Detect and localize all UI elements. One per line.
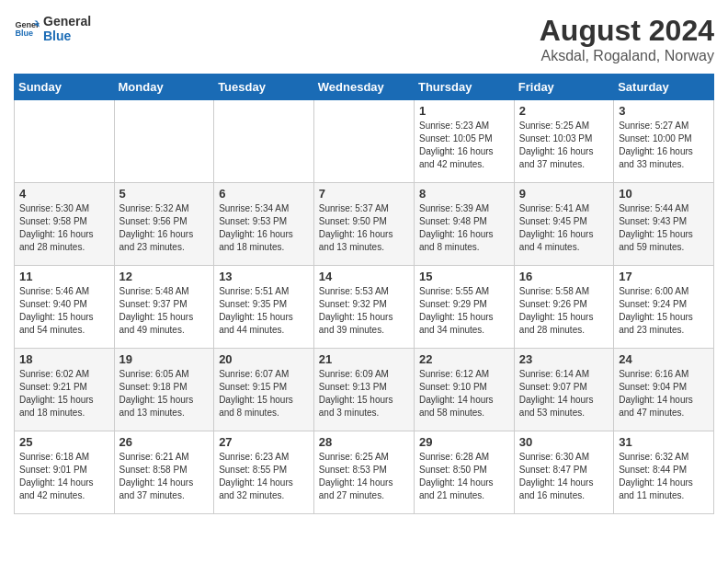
day-info: Sunrise: 6:23 AM Sunset: 8:55 PM Dayligh… <box>219 451 309 502</box>
calendar-week-row: 18Sunrise: 6:02 AM Sunset: 9:21 PM Dayli… <box>15 349 714 431</box>
day-number: 31 <box>619 435 709 449</box>
day-info: Sunrise: 6:07 AM Sunset: 9:15 PM Dayligh… <box>219 368 309 419</box>
day-info: Sunrise: 5:53 AM Sunset: 9:32 PM Dayligh… <box>319 285 409 337</box>
calendar-cell: 14Sunrise: 5:53 AM Sunset: 9:32 PM Dayli… <box>313 266 414 349</box>
day-number: 17 <box>619 270 709 283</box>
calendar-cell: 27Sunrise: 6:23 AM Sunset: 8:55 PM Dayli… <box>214 431 314 514</box>
day-number: 30 <box>519 435 609 449</box>
logo: General Blue General Blue <box>14 14 91 43</box>
day-info: Sunrise: 6:21 AM Sunset: 8:58 PM Dayligh… <box>119 451 210 502</box>
calendar-cell <box>15 100 115 183</box>
day-header-tuesday: Tuesday <box>214 75 314 100</box>
calendar-cell: 11Sunrise: 5:46 AM Sunset: 9:40 PM Dayli… <box>15 266 115 349</box>
day-info: Sunrise: 6:32 AM Sunset: 8:44 PM Dayligh… <box>619 451 709 502</box>
day-info: Sunrise: 5:34 AM Sunset: 9:53 PM Dayligh… <box>219 202 309 254</box>
day-number: 25 <box>19 435 109 449</box>
calendar-cell: 18Sunrise: 6:02 AM Sunset: 9:21 PM Dayli… <box>15 349 115 431</box>
day-number: 21 <box>319 352 409 366</box>
day-number: 16 <box>519 270 609 283</box>
calendar-cell: 5Sunrise: 5:32 AM Sunset: 9:56 PM Daylig… <box>114 183 214 266</box>
day-info: Sunrise: 5:46 AM Sunset: 9:40 PM Dayligh… <box>19 285 109 337</box>
day-number: 13 <box>219 270 309 283</box>
day-number: 20 <box>219 352 309 366</box>
logo-text-blue: Blue <box>43 29 91 43</box>
calendar-week-row: 11Sunrise: 5:46 AM Sunset: 9:40 PM Dayli… <box>15 266 714 349</box>
day-info: Sunrise: 5:41 AM Sunset: 9:45 PM Dayligh… <box>519 202 609 254</box>
day-info: Sunrise: 6:02 AM Sunset: 9:21 PM Dayligh… <box>19 368 109 419</box>
calendar-cell: 19Sunrise: 6:05 AM Sunset: 9:18 PM Dayli… <box>114 349 214 431</box>
calendar-cell: 26Sunrise: 6:21 AM Sunset: 8:58 PM Dayli… <box>114 431 214 514</box>
day-info: Sunrise: 5:27 AM Sunset: 10:00 PM Daylig… <box>619 120 709 171</box>
day-info: Sunrise: 6:14 AM Sunset: 9:07 PM Dayligh… <box>519 368 609 419</box>
day-info: Sunrise: 5:37 AM Sunset: 9:50 PM Dayligh… <box>319 202 409 254</box>
day-header-friday: Friday <box>514 75 613 100</box>
calendar-cell <box>313 100 414 183</box>
day-number: 26 <box>119 435 210 449</box>
day-number: 27 <box>219 435 309 449</box>
day-info: Sunrise: 6:00 AM Sunset: 9:24 PM Dayligh… <box>619 285 709 337</box>
calendar-cell <box>214 100 314 183</box>
day-header-sunday: Sunday <box>15 75 115 100</box>
day-info: Sunrise: 6:09 AM Sunset: 9:13 PM Dayligh… <box>319 368 409 419</box>
calendar-cell: 6Sunrise: 5:34 AM Sunset: 9:53 PM Daylig… <box>214 183 314 266</box>
day-number: 2 <box>519 104 609 118</box>
calendar-cell: 24Sunrise: 6:16 AM Sunset: 9:04 PM Dayli… <box>614 349 714 431</box>
calendar-cell: 12Sunrise: 5:48 AM Sunset: 9:37 PM Dayli… <box>114 266 214 349</box>
logo-icon: General Blue <box>14 16 40 41</box>
day-number: 23 <box>519 352 609 366</box>
day-info: Sunrise: 5:51 AM Sunset: 9:35 PM Dayligh… <box>219 285 309 337</box>
day-number: 22 <box>419 352 509 366</box>
calendar-cell <box>114 100 214 183</box>
calendar-cell: 10Sunrise: 5:44 AM Sunset: 9:43 PM Dayli… <box>614 183 714 266</box>
day-number: 5 <box>119 187 210 201</box>
day-info: Sunrise: 5:44 AM Sunset: 9:43 PM Dayligh… <box>619 202 709 254</box>
day-number: 18 <box>19 352 109 366</box>
day-number: 10 <box>619 187 709 201</box>
day-number: 9 <box>519 187 609 201</box>
calendar-cell: 20Sunrise: 6:07 AM Sunset: 9:15 PM Dayli… <box>214 349 314 431</box>
title-area: August 2024 Aksdal, Rogaland, Norway <box>540 14 714 64</box>
day-header-saturday: Saturday <box>614 75 714 100</box>
calendar-cell: 15Sunrise: 5:55 AM Sunset: 9:29 PM Dayli… <box>414 266 514 349</box>
day-number: 14 <box>319 270 409 283</box>
main-title: August 2024 <box>540 14 714 48</box>
calendar-cell: 9Sunrise: 5:41 AM Sunset: 9:45 PM Daylig… <box>514 183 613 266</box>
day-info: Sunrise: 5:25 AM Sunset: 10:03 PM Daylig… <box>519 120 609 171</box>
day-info: Sunrise: 5:23 AM Sunset: 10:05 PM Daylig… <box>419 120 509 171</box>
calendar-cell: 16Sunrise: 5:58 AM Sunset: 9:26 PM Dayli… <box>514 266 613 349</box>
day-info: Sunrise: 6:25 AM Sunset: 8:53 PM Dayligh… <box>319 451 409 502</box>
calendar-cell: 25Sunrise: 6:18 AM Sunset: 9:01 PM Dayli… <box>15 431 115 514</box>
calendar-cell: 13Sunrise: 5:51 AM Sunset: 9:35 PM Dayli… <box>214 266 314 349</box>
day-number: 4 <box>19 187 109 201</box>
day-info: Sunrise: 5:32 AM Sunset: 9:56 PM Dayligh… <box>119 202 210 254</box>
day-info: Sunrise: 6:28 AM Sunset: 8:50 PM Dayligh… <box>419 451 509 502</box>
calendar-cell: 22Sunrise: 6:12 AM Sunset: 9:10 PM Dayli… <box>414 349 514 431</box>
calendar-cell: 31Sunrise: 6:32 AM Sunset: 8:44 PM Dayli… <box>614 431 714 514</box>
day-number: 8 <box>419 187 509 201</box>
day-number: 24 <box>619 352 709 366</box>
svg-text:Blue: Blue <box>15 29 33 38</box>
day-info: Sunrise: 5:55 AM Sunset: 9:29 PM Dayligh… <box>419 285 509 337</box>
calendar-cell: 23Sunrise: 6:14 AM Sunset: 9:07 PM Dayli… <box>514 349 613 431</box>
logo-text-general: General <box>43 14 91 29</box>
sub-title: Aksdal, Rogaland, Norway <box>540 48 714 64</box>
calendar-week-row: 25Sunrise: 6:18 AM Sunset: 9:01 PM Dayli… <box>15 431 714 514</box>
calendar-cell: 4Sunrise: 5:30 AM Sunset: 9:58 PM Daylig… <box>15 183 115 266</box>
day-number: 11 <box>19 270 109 283</box>
day-header-thursday: Thursday <box>414 75 514 100</box>
calendar-cell: 29Sunrise: 6:28 AM Sunset: 8:50 PM Dayli… <box>414 431 514 514</box>
day-number: 1 <box>419 104 509 118</box>
day-header-monday: Monday <box>114 75 214 100</box>
calendar-cell: 3Sunrise: 5:27 AM Sunset: 10:00 PM Dayli… <box>614 100 714 183</box>
calendar-header-row: SundayMondayTuesdayWednesdayThursdayFrid… <box>15 75 714 100</box>
calendar-cell: 1Sunrise: 5:23 AM Sunset: 10:05 PM Dayli… <box>414 100 514 183</box>
day-info: Sunrise: 5:30 AM Sunset: 9:58 PM Dayligh… <box>19 202 109 254</box>
day-info: Sunrise: 6:30 AM Sunset: 8:47 PM Dayligh… <box>519 451 609 502</box>
calendar-table: SundayMondayTuesdayWednesdayThursdayFrid… <box>14 74 714 514</box>
calendar-cell: 30Sunrise: 6:30 AM Sunset: 8:47 PM Dayli… <box>514 431 613 514</box>
day-number: 6 <box>219 187 309 201</box>
day-number: 3 <box>619 104 709 118</box>
calendar-cell: 2Sunrise: 5:25 AM Sunset: 10:03 PM Dayli… <box>514 100 613 183</box>
day-info: Sunrise: 6:12 AM Sunset: 9:10 PM Dayligh… <box>419 368 509 419</box>
day-info: Sunrise: 5:48 AM Sunset: 9:37 PM Dayligh… <box>119 285 210 337</box>
